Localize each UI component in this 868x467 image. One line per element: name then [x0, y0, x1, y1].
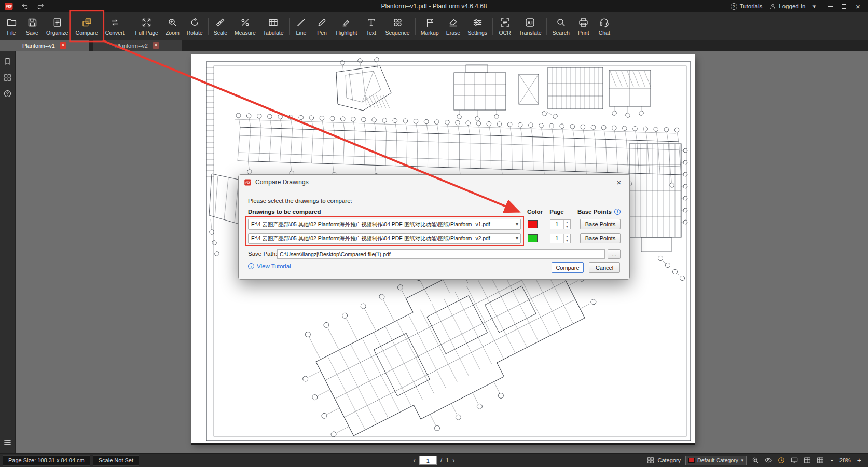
grid-view-icon[interactable]: [816, 456, 824, 464]
next-page-button[interactable]: [452, 456, 455, 464]
toolbar-label: Pen: [317, 30, 327, 36]
tab-label: Planform--v1: [22, 43, 55, 49]
toolbar-tabulate-button[interactable]: Tabulate: [259, 12, 287, 40]
page-spinner-2[interactable]: 1: [550, 233, 571, 243]
thumbnails-icon[interactable]: [3, 73, 12, 82]
toolbar-label: Line: [296, 30, 307, 36]
toolbar-compare-button[interactable]: Compare: [72, 12, 102, 40]
tab-bar: Planform--v1Planform--v2: [0, 40, 868, 51]
text-icon: [366, 17, 377, 28]
page-spinner-1[interactable]: 1: [550, 219, 571, 229]
page-separator: /: [440, 457, 442, 463]
toolbar-full-page-button[interactable]: Full Page: [132, 12, 162, 40]
dialog-titlebar[interactable]: Compare Drawings: [239, 175, 629, 189]
zoom-out-button[interactable]: -: [829, 456, 835, 464]
scale-icon: [215, 17, 226, 28]
total-pages: 1: [446, 457, 449, 463]
spin-down-icon[interactable]: [564, 239, 570, 243]
tab-planform--v2[interactable]: Planform--v2: [93, 40, 182, 51]
pdf-logo-icon: [244, 178, 252, 186]
eye-icon[interactable]: [764, 456, 773, 464]
toolbar-chat-button[interactable]: Chat: [594, 12, 615, 40]
toolbar-file-button[interactable]: File: [1, 12, 22, 40]
base-points-button-2[interactable]: Base Points: [580, 233, 621, 243]
toolbar-label: Full Page: [135, 30, 158, 36]
bookmark-icon[interactable]: [3, 57, 12, 66]
toolbar-search-button[interactable]: Search: [548, 12, 573, 40]
toolbar-save-button[interactable]: Save: [22, 12, 43, 40]
tab-close-button[interactable]: [153, 42, 159, 49]
toolbar-line-button[interactable]: Line: [291, 12, 312, 40]
base-points-button-1[interactable]: Base Points: [580, 219, 621, 229]
current-page-input[interactable]: 1: [419, 456, 437, 465]
toolbar-settings-button[interactable]: Settings: [464, 12, 491, 40]
toolbar-markup-button[interactable]: Markup: [417, 12, 443, 40]
tutorials-button[interactable]: Tutorials: [731, 3, 763, 10]
list-icon[interactable]: [3, 438, 12, 447]
browse-button[interactable]: ...: [608, 249, 621, 259]
login-label: Logged In: [779, 3, 805, 9]
toolbar-rotate-button[interactable]: Rotate: [183, 12, 206, 40]
tab-planform--v1[interactable]: Planform--v1: [0, 40, 89, 51]
category-dropdown[interactable]: Default Category: [685, 456, 747, 465]
color-swatch-1[interactable]: [528, 220, 538, 228]
info-icon[interactable]: [614, 209, 621, 215]
toolbar-erase-button[interactable]: Erase: [443, 12, 464, 40]
toolbar-separator: [130, 18, 130, 35]
spin-down-icon[interactable]: [564, 225, 570, 229]
toolbar-print-button[interactable]: Print: [573, 12, 594, 40]
organize-icon: [52, 17, 63, 28]
category-value: Default Category: [697, 457, 738, 463]
help-icon[interactable]: [3, 89, 12, 98]
compare-drawings-dialog: Compare Drawings Please select the drawi…: [238, 174, 630, 280]
zoom-area-icon[interactable]: [751, 456, 760, 464]
toolbar-text-button[interactable]: Text: [361, 12, 381, 40]
compare-button[interactable]: Compare: [552, 262, 584, 273]
dialog-close-button[interactable]: [614, 178, 624, 187]
zoom-in-button[interactable]: +: [856, 456, 863, 464]
table-view-icon[interactable]: [803, 456, 811, 464]
section-label: Drawings to be compared: [248, 209, 321, 215]
redo-button[interactable]: [36, 2, 45, 10]
history-icon[interactable]: [777, 456, 786, 464]
scale-indicator[interactable]: Scale Not Set: [93, 455, 139, 466]
maximize-button[interactable]: [837, 0, 851, 12]
toolbar-scale-button[interactable]: Scale: [210, 12, 231, 40]
drawing-path-select-2[interactable]: E:\4 云图产品部\05 其他\02 Planform海外推广视频制作\04 …: [248, 233, 521, 244]
toolbar-zoom-button[interactable]: Zoom: [162, 12, 183, 40]
statusbar: Page Size: 108.31 x 84.04 cm Scale Not S…: [0, 453, 868, 467]
toolbar-convert-button[interactable]: Convert: [102, 12, 128, 40]
toolbar-label: Print: [578, 30, 589, 36]
save-path-input[interactable]: [277, 249, 605, 259]
toolbar-ocr-button[interactable]: OCR: [494, 12, 515, 40]
toolbar-translate-button[interactable]: Translate: [515, 12, 545, 40]
color-swatch-2[interactable]: [528, 234, 538, 242]
spin-up-icon[interactable]: [564, 220, 570, 225]
close-button[interactable]: [851, 0, 865, 12]
erase-icon: [448, 17, 459, 28]
toolbar-highlight-button[interactable]: Highlight: [333, 12, 361, 40]
cancel-button[interactable]: Cancel: [589, 262, 620, 273]
menu-chevron-icon[interactable]: [812, 3, 816, 10]
view-tutorial-label: View Tutorial: [257, 263, 291, 269]
measure-icon: [240, 17, 251, 28]
category-grid-icon: [646, 456, 655, 464]
toolbar-separator: [415, 18, 416, 35]
drawing-path-select-1[interactable]: E:\4 云图产品部\05 其他\02 Planform海外推广视频制作\04 …: [248, 219, 521, 230]
tutorials-label: Tutorials: [740, 3, 763, 9]
login-status[interactable]: Logged In: [769, 3, 805, 10]
toolbar-sequence-button[interactable]: Sequence: [381, 12, 413, 40]
page-size-indicator: Page Size: 108.31 x 84.04 cm: [3, 455, 90, 466]
monitor-icon[interactable]: [790, 456, 798, 464]
undo-button[interactable]: [21, 2, 29, 10]
toolbar-pen-button[interactable]: Pen: [312, 12, 333, 40]
window-title: Planform--v1.pdf - PlanForm v4.6.4.68: [381, 3, 487, 10]
toolbar-organize-button[interactable]: Organize: [43, 12, 72, 40]
settings-icon: [472, 17, 483, 28]
toolbar-measure-button[interactable]: Measure: [231, 12, 259, 40]
prev-page-button[interactable]: [413, 456, 416, 464]
minimize-button[interactable]: [823, 0, 837, 12]
view-tutorial-link[interactable]: View Tutorial: [248, 263, 291, 269]
spin-up-icon[interactable]: [564, 234, 570, 239]
tab-close-button[interactable]: [60, 42, 66, 49]
